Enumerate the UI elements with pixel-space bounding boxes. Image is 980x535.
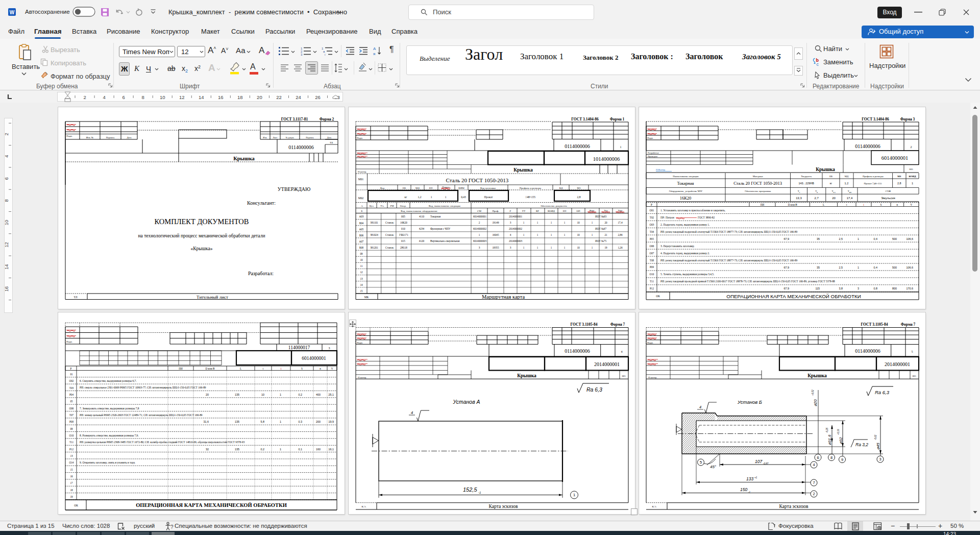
svg-text:ГФ2171: ГФ2171	[399, 233, 408, 236]
svg-text:6: 6	[122, 94, 125, 100]
svg-text:РИ: резец токарный подрезной о: РИ: резец токарный подрезной отогнутый Т…	[660, 230, 798, 233]
svg-text:Токарная: Токарная	[430, 215, 441, 218]
svg-text:О06: О06	[650, 245, 654, 248]
svg-text:СМ: СМ	[477, 210, 481, 212]
svg-text:09: 09	[360, 252, 363, 255]
svg-text:Вертикально-сверлильная: Вертикально-сверлильная	[430, 239, 460, 242]
svg-text:+0,52: +0,52	[812, 390, 814, 396]
svg-text:1: 1	[431, 196, 432, 199]
svg-text:«Крышка»: «Крышка»	[191, 246, 213, 251]
svg-text:0114000006: 0114000006	[288, 144, 314, 150]
svg-text:D или B: D или B	[206, 367, 215, 370]
svg-text:2Н118: 2Н118	[400, 246, 407, 249]
svg-text:400: 400	[316, 393, 321, 396]
svg-text:67,9: 67,9	[784, 237, 790, 240]
svg-text:ГОСТ 3.1404-86: ГОСТ 3.1404-86	[571, 117, 599, 121]
svg-text:Материал: Материал	[753, 175, 764, 178]
svg-text:ОПЕРАЦИОННАЯ КАРТА МЕХАНИЧЕСКО: ОПЕРАЦИОННАЯ КАРТА МЕХАНИЧЕСКОЙ ОБРАБОТК…	[726, 294, 861, 299]
svg-text:005: 005	[912, 375, 916, 377]
svg-text:8: 8	[5, 199, 9, 202]
svg-text:Подп.: Подп.	[357, 342, 363, 344]
svg-text:ГОСТ 3.1117-81: ГОСТ 3.1117-81	[281, 117, 308, 121]
svg-text:Профиль и размеры: Профиль и размеры	[863, 175, 884, 178]
svg-text:14: 14	[360, 283, 363, 286]
svg-text:⌀20: ⌀20	[813, 399, 818, 406]
svg-text:20: 20	[604, 221, 607, 224]
svg-text:РИ: сверло спиральное 2301-006: РИ: сверло спиральное 2301-0069 Р6М5 ГОС…	[80, 386, 206, 389]
svg-text:О10: О10	[650, 273, 654, 276]
svg-text:УТ: УТ	[522, 210, 526, 212]
svg-text:ПИ: ПИ	[179, 367, 183, 370]
svg-text:2. Подрезать торец, выдерживая: 2. Подрезать торец, выдерживая размер 1.	[660, 223, 709, 226]
svg-text:Инв. №: Инв. №	[86, 136, 93, 139]
svg-text:2: 2	[83, 94, 86, 100]
svg-text:12: 12	[179, 94, 185, 100]
svg-text:Карта эскизов: Карта эскизов	[779, 504, 808, 509]
svg-text:1: 1	[573, 493, 575, 497]
svg-text:16,1: 16,1	[329, 448, 334, 451]
svg-text:М01: М01	[358, 178, 364, 181]
svg-text:3: 3	[479, 246, 480, 249]
svg-text:2: 2	[813, 492, 815, 496]
svg-text:S: S	[880, 203, 882, 206]
svg-text:ИОТ №63: ИОТ №63	[595, 215, 607, 218]
svg-text:Крышка: Крышка	[816, 167, 835, 172]
svg-text:13,3: 13,3	[796, 197, 802, 200]
svg-text:1: 1	[523, 246, 525, 249]
svg-text:0114000006: 0114000006	[855, 348, 880, 354]
svg-text:1: 1	[537, 233, 538, 236]
svg-text:Код, наименование оборудования: Код, наименование оборудования	[401, 210, 437, 213]
svg-text:Форма 7: Форма 7	[610, 322, 625, 327]
svg-text:2,5: 2,5	[839, 237, 843, 240]
svg-text:Н.контр.: Н.контр.	[648, 376, 657, 379]
svg-text:КИМ: КИМ	[458, 187, 464, 189]
svg-text:Б08: Б08	[359, 246, 364, 249]
svg-text:УТВЕРЖДАЮ: УТВЕРЖДАЮ	[278, 186, 310, 192]
svg-text:0,2: 0,2	[261, 448, 265, 451]
svg-text:800: 800	[892, 287, 897, 290]
svg-text:1: 1	[592, 233, 593, 236]
svg-text:Т02: Т02	[650, 216, 654, 219]
svg-text:Р09: Р09	[650, 265, 654, 269]
svg-text:2: 2	[5, 133, 9, 135]
svg-text:L: L	[240, 367, 241, 370]
svg-text:0,4: 0,4	[874, 266, 878, 269]
svg-text:381024: 381024	[370, 233, 378, 236]
svg-text:ТЛ: ТЛ	[330, 141, 333, 144]
svg-text:67,9: 67,9	[784, 287, 790, 290]
svg-text:Тп.з.: Тп.з.	[832, 190, 836, 193]
svg-text:Тпз: Тпз	[604, 209, 608, 212]
svg-text:005: 005	[909, 168, 913, 171]
svg-text:17: 17	[70, 481, 73, 484]
svg-text:i: i	[281, 367, 282, 370]
svg-text:РИ: развертка цельная Р6М5 236: РИ: развертка цельная Р6М5 2368-3485 ГОС…	[80, 441, 244, 444]
svg-text:17,4: 17,4	[618, 221, 622, 224]
svg-text:500: 500	[892, 266, 897, 269]
svg-text:Цех: Цех	[370, 205, 374, 207]
svg-text:2014000001: 2014000001	[594, 361, 620, 367]
svg-text:Крышка: Крышка	[517, 373, 536, 378]
svg-text:ОП: ОП	[576, 210, 580, 212]
svg-text:9. Открепить заготовку, снять: 9. Открепить заготовку, снять и уложить …	[80, 461, 135, 464]
svg-text:Крышка: Крышка	[513, 167, 533, 173]
svg-text:14: 14	[199, 94, 204, 100]
svg-text:ТЛ: ТЛ	[74, 296, 78, 299]
svg-text:Форма 2: Форма 2	[320, 117, 334, 121]
svg-text:4: 4	[813, 463, 815, 467]
svg-text:Тшт: Тшт	[618, 209, 623, 212]
svg-text:А03: А03	[359, 215, 364, 218]
svg-text:18355: 18355	[493, 246, 499, 249]
svg-text:Разработал: Разработал	[648, 152, 659, 154]
svg-text:150: 150	[740, 487, 747, 492]
svg-text:Т11: Т11	[69, 441, 74, 444]
svg-text:35: 35	[817, 237, 820, 240]
svg-text:на технологический процесс мех: на технологический процесс механической …	[138, 233, 265, 238]
svg-text:3: 3	[329, 347, 330, 350]
svg-text:2: 2	[479, 221, 480, 224]
svg-text:Тшт.: Тшт.	[848, 190, 852, 193]
svg-text:-0,87: -0,87	[763, 463, 769, 465]
svg-text:3: 3	[510, 246, 511, 249]
svg-text:5. Точить ступень, выдерживая: 5. Точить ступень, выдерживая размеры 3,…	[660, 273, 714, 276]
svg-text:4: 4	[510, 233, 511, 236]
svg-text:3. Переустановить заготовку.: 3. Переустановить заготовку.	[660, 245, 695, 248]
